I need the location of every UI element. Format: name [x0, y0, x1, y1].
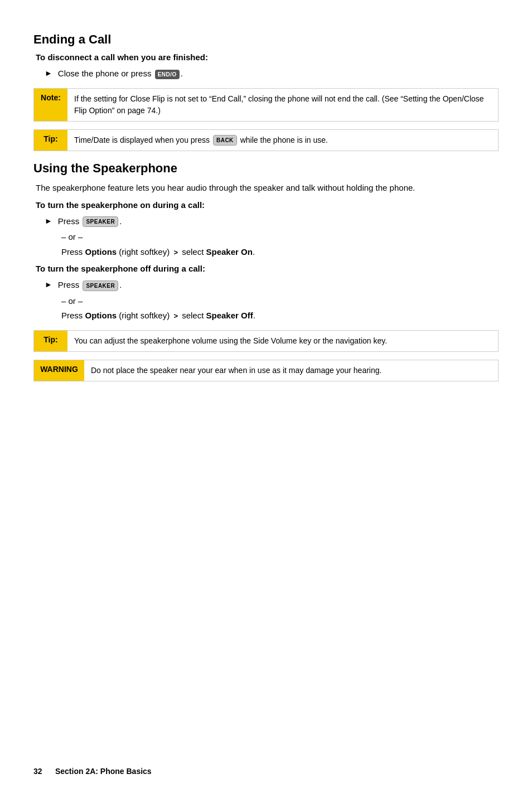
tip-content-time-date: Time/Date is displayed when you press BA… — [67, 130, 498, 151]
warning-label: WARNING — [34, 360, 84, 381]
speakerphone-on-intro: To turn the speakerphone on during a cal… — [33, 200, 499, 210]
section-label: Section 2A: Phone Basics — [55, 767, 152, 776]
speakerphone-on-bullet: ► Press SPEAKER. — [45, 215, 499, 228]
end-button-badge: END/O — [155, 70, 180, 79]
speaker-button-badge-on: SPEAKER — [83, 216, 118, 227]
back-button-badge: BACK — [213, 135, 237, 146]
or-line-1: – or – — [61, 231, 499, 244]
speaker-button-badge-off: SPEAKER — [83, 280, 118, 291]
speakerphone-off-bullet: ► Press SPEAKER. — [45, 279, 499, 292]
tip-box-volume: Tip: You can adjust the speakerphone vol… — [33, 330, 499, 352]
speakerphone-off-intro: To turn the speakerphone off during a ca… — [33, 264, 499, 273]
ending-call-bullet: ► Close the phone or press END/O. — [45, 67, 499, 80]
ending-call-intro: To disconnect a call when you are finish… — [33, 52, 499, 62]
ending-call-bullet-text: Close the phone or press END/O. — [58, 67, 183, 80]
bullet-arrow-icon: ► — [45, 69, 52, 78]
warning-content-ear: Do not place the speaker near your ear w… — [84, 360, 498, 381]
page-footer: 32 Section 2A: Phone Basics — [33, 767, 152, 776]
page-number: 32 — [33, 767, 42, 776]
bullet-arrow-icon-2: ► — [45, 216, 52, 225]
speaker-off-options-line: Press Options (right softkey) > select S… — [61, 309, 499, 322]
bullet-arrow-icon-3: ► — [45, 280, 52, 289]
tip-label-2: Tip: — [34, 331, 67, 351]
speakerphone-off-bullet-text: Press SPEAKER. — [58, 279, 122, 292]
speakerphone-on-bullet-text: Press SPEAKER. — [58, 215, 122, 228]
tip-label: Tip: — [34, 130, 67, 151]
note-content-close-flip: If the setting for Close Flip is not set… — [67, 89, 498, 121]
warning-box-ear: WARNING Do not place the speaker near yo… — [33, 360, 499, 381]
tip-content-volume: You can adjust the speakerphone volume u… — [67, 331, 498, 351]
note-label: Note: — [34, 89, 67, 121]
or-line-2: – or – — [61, 295, 499, 308]
note-box-close-flip: Note: If the setting for Close Flip is n… — [33, 88, 499, 122]
section-heading-speakerphone: Using the Speakerphone — [33, 161, 499, 176]
speakerphone-body-text: The speakerphone feature lets you hear a… — [33, 181, 499, 195]
section-heading-ending-call: Ending a Call — [33, 32, 499, 47]
tip-box-time-date: Tip: Time/Date is displayed when you pre… — [33, 129, 499, 151]
speaker-on-options-line: Press Options (right softkey) > select S… — [61, 246, 499, 259]
